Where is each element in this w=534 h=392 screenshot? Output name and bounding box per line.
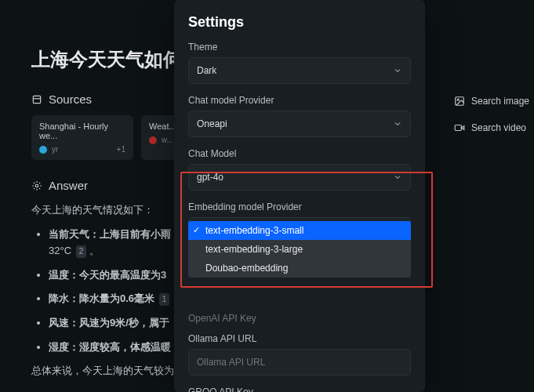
chat-provider-label: Chat model Provider xyxy=(188,95,411,106)
dropdown-option[interactable]: text-embedding-3-large xyxy=(188,240,411,259)
answer-label: Answer xyxy=(49,179,88,192)
video-icon xyxy=(454,122,465,133)
chevron-down-icon xyxy=(393,172,402,182)
theme-select[interactable]: Dark xyxy=(188,57,411,84)
openai-key-label: OpenAI API Key xyxy=(188,313,411,324)
search-video-label: Search video xyxy=(471,122,526,133)
chat-model-select[interactable]: gpt-4o xyxy=(188,164,411,191)
side-actions: Search image Search video xyxy=(449,93,534,136)
search-image-label: Search image xyxy=(471,96,529,107)
chat-provider-select[interactable]: Oneapi xyxy=(188,111,411,137)
svg-point-4 xyxy=(457,99,459,100)
ollama-url-label: Ollama API URL xyxy=(188,333,411,344)
svg-rect-5 xyxy=(455,125,461,131)
image-icon xyxy=(454,96,465,107)
sources-label: Sources xyxy=(49,93,92,106)
groq-key-label: GROQ API Key xyxy=(188,387,411,392)
chevron-down-icon xyxy=(393,119,402,129)
settings-modal: Settings Theme Dark Chat model Provider … xyxy=(174,0,425,392)
source-domain: w... xyxy=(162,136,173,144)
embedding-model-dropdown[interactable]: text-embedding-3-small text-embedding-3-… xyxy=(188,221,411,278)
theme-label: Theme xyxy=(188,42,411,53)
search-video-button[interactable]: Search video xyxy=(449,119,534,136)
chevron-down-icon xyxy=(393,66,402,75)
dropdown-option[interactable]: Doubao-embedding xyxy=(188,259,411,278)
favicon-icon xyxy=(149,136,157,144)
chat-model-label: Chat Model xyxy=(188,148,411,159)
dropdown-option[interactable]: text-embedding-3-small xyxy=(188,221,411,240)
sparkle-icon xyxy=(31,180,42,191)
svg-point-2 xyxy=(35,184,38,187)
theme-value: Dark xyxy=(197,65,216,76)
ollama-url-placeholder: Ollama API URL xyxy=(197,357,265,368)
svg-rect-0 xyxy=(33,96,40,103)
chat-provider-value: Oneapi xyxy=(197,118,227,129)
source-card[interactable]: Shanghai - Hourly we... yr +1 xyxy=(31,115,133,160)
source-domain: yr xyxy=(52,145,58,154)
citation-badge[interactable]: 1 xyxy=(159,293,170,306)
embedding-provider-label: Embedding model Provider xyxy=(188,201,411,212)
source-title: Shanghai - Hourly we... xyxy=(39,122,125,140)
favicon-icon xyxy=(39,146,47,154)
sources-icon xyxy=(31,94,42,105)
search-image-button[interactable]: Search image xyxy=(449,93,534,110)
source-extra: +1 xyxy=(117,145,125,154)
chat-model-value: gpt-4o xyxy=(197,172,223,183)
citation-badge[interactable]: 2 xyxy=(76,245,87,258)
settings-title: Settings xyxy=(188,14,411,31)
ollama-url-input[interactable]: Ollama API URL xyxy=(188,349,411,376)
